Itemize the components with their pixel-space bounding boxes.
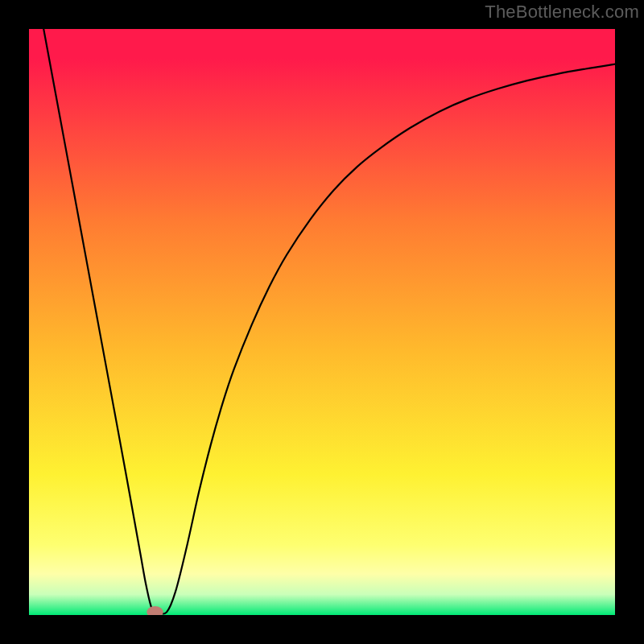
watermark-text: TheBottleneck.com [485,2,639,23]
chart-container: TheBottleneck.com [0,0,644,644]
bottleneck-chart [0,0,644,644]
svg-rect-1 [29,29,615,615]
